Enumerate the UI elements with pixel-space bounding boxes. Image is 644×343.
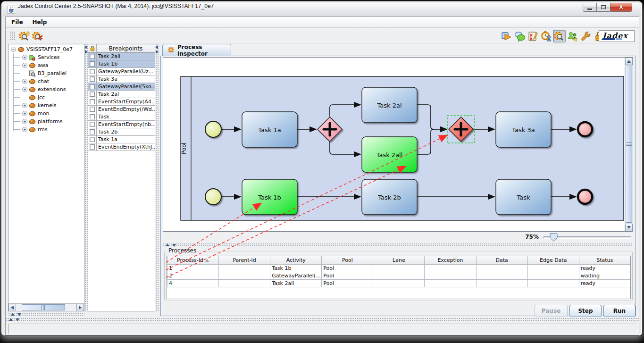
breakpoint-checkbox[interactable] bbox=[90, 69, 95, 74]
breakpoint-row[interactable]: Task 2b bbox=[88, 128, 155, 136]
breakpoint-checkbox[interactable] bbox=[90, 129, 95, 134]
process-row[interactable]: 4Task 2allPoolready bbox=[167, 279, 631, 287]
expand-node-icon[interactable]: + bbox=[22, 63, 27, 68]
tree-item-vsisstaff17_0e7[interactable]: −VSISSTAFF17_0e7 bbox=[8, 45, 84, 53]
component-inspector-icon[interactable] bbox=[553, 30, 566, 42]
collapse-down-icon[interactable] bbox=[172, 244, 176, 247]
tree-item-services[interactable]: +Services bbox=[8, 53, 84, 61]
split-divider-processes[interactable] bbox=[163, 243, 633, 247]
scroll-right-button[interactable] bbox=[76, 304, 84, 311]
breakpoint-checkbox[interactable] bbox=[90, 54, 95, 59]
split-divider-status[interactable] bbox=[6, 318, 640, 322]
tree-item-chat[interactable]: +chat bbox=[8, 77, 84, 85]
expand-up-icon[interactable] bbox=[9, 318, 13, 321]
breakpoint-checkbox[interactable] bbox=[90, 92, 95, 97]
chat-bubbles-icon[interactable] bbox=[513, 30, 526, 42]
column-header-parent-id[interactable]: Parent-Id bbox=[219, 256, 270, 264]
close-button[interactable]: X bbox=[610, 3, 632, 12]
stopwatch-user-icon[interactable] bbox=[540, 30, 552, 42]
column-header-lane[interactable]: Lane bbox=[373, 256, 425, 264]
expand-node-icon[interactable]: + bbox=[22, 127, 27, 132]
diagram-vscroll-thumb[interactable] bbox=[626, 66, 632, 223]
breakpoint-checkbox[interactable] bbox=[90, 61, 95, 67]
breakpoint-checkbox[interactable] bbox=[90, 114, 95, 119]
breakpoint-row[interactable]: Task 1a bbox=[88, 136, 155, 143]
breakpoint-row[interactable]: Task 3a bbox=[88, 75, 155, 83]
tree-item-kernels[interactable]: +kernels bbox=[8, 101, 84, 109]
zoom-slider-thumb[interactable] bbox=[550, 233, 558, 242]
step-button[interactable]: Step bbox=[569, 305, 602, 317]
collapse-down-icon[interactable] bbox=[16, 318, 19, 321]
breakpoint-row[interactable]: Task 1b bbox=[88, 60, 155, 68]
breakpoint-row[interactable]: Task 2al bbox=[88, 91, 155, 98]
tab-process-inspector[interactable]: Process Inspector bbox=[162, 44, 231, 56]
diagram-vertical-scrollbar[interactable] bbox=[625, 58, 633, 231]
pause-button[interactable]: Pause bbox=[535, 305, 568, 317]
breakpoint-row[interactable]: Task 2all bbox=[88, 53, 155, 60]
tree-item-b3_parallel[interactable]: B3_parallel bbox=[8, 69, 84, 77]
collapse-down-icon[interactable] bbox=[17, 313, 21, 316]
column-header-pool[interactable]: Pool bbox=[322, 256, 373, 264]
tree-horizontal-scrollbar[interactable] bbox=[8, 303, 84, 311]
scroll-up-button[interactable] bbox=[625, 58, 633, 65]
breakpoint-checkbox[interactable] bbox=[90, 137, 95, 142]
bpmn-canvas[interactable]: Pool Task 1aTask 2alTask 2allTask 3aTask… bbox=[163, 58, 626, 231]
process-row[interactable]: 1Task 1bPoolready bbox=[167, 264, 631, 272]
minimize-button[interactable] bbox=[583, 3, 597, 12]
expand-up-icon[interactable] bbox=[11, 313, 15, 316]
breakpoint-row[interactable]: GatewayParallel(Uz... bbox=[88, 68, 155, 75]
breakpoint-checkbox[interactable] bbox=[90, 144, 95, 150]
expand-node-icon[interactable]: + bbox=[22, 79, 27, 84]
menu-file[interactable]: File bbox=[11, 19, 23, 25]
expand-node-icon[interactable]: + bbox=[22, 111, 27, 116]
maximize-button[interactable] bbox=[596, 3, 611, 12]
run-button[interactable]: Run bbox=[603, 305, 636, 317]
column-header-activity[interactable]: Activity bbox=[270, 256, 322, 264]
breakpoint-row[interactable]: Task bbox=[88, 113, 155, 121]
scroll-left-button[interactable] bbox=[8, 304, 16, 311]
breakpoint-checkbox[interactable] bbox=[90, 76, 95, 82]
process-row[interactable]: 2GatewayParallel(...Poolwaiting bbox=[167, 272, 631, 279]
expand-right-icon[interactable] bbox=[156, 50, 159, 54]
scroll-down-button[interactable] bbox=[625, 224, 633, 231]
expand-node-icon[interactable]: + bbox=[22, 55, 27, 60]
tree-item-rms[interactable]: +rms bbox=[8, 125, 84, 134]
title-bar[interactable]: Jadex Control Center 2.5-SNAPSHOT (Mai 4… bbox=[3, 3, 641, 17]
breakpoint-row[interactable]: EventEndEmpty(/Wd... bbox=[88, 106, 155, 113]
column-header-data[interactable]: Data bbox=[476, 256, 527, 264]
gear-magnifier-remove-icon[interactable] bbox=[31, 30, 44, 42]
test-center-icon[interactable] bbox=[527, 30, 539, 42]
menu-help[interactable]: Help bbox=[33, 19, 47, 25]
expand-node-icon[interactable]: + bbox=[22, 103, 27, 108]
gear-magnifier-add-icon[interactable] bbox=[18, 30, 31, 42]
breakpoint-checkbox[interactable] bbox=[90, 107, 95, 112]
tree-item-platforms[interactable]: +platforms bbox=[8, 117, 84, 125]
split-divider-tree-bottom[interactable] bbox=[8, 312, 84, 317]
column-header-status[interactable]: Status bbox=[579, 256, 630, 264]
expand-up-icon[interactable] bbox=[166, 243, 169, 246]
breakpoint-checkbox[interactable] bbox=[90, 99, 95, 104]
column-header-process-id[interactable]: Process-Id bbox=[167, 256, 219, 264]
breakpoint-checkbox[interactable] bbox=[90, 122, 95, 127]
toolbar-drag-handle[interactable] bbox=[10, 31, 16, 41]
split-divider-breakpoints[interactable] bbox=[155, 44, 159, 311]
column-header-exception[interactable]: Exception bbox=[425, 256, 476, 264]
wrench-icon[interactable] bbox=[579, 30, 592, 42]
breakpoint-row[interactable]: GatewayParallel(5ko... bbox=[88, 83, 155, 91]
breakpoint-row[interactable]: EventStartEmpty(A4... bbox=[88, 98, 155, 106]
collapse-left-icon[interactable] bbox=[84, 45, 87, 49]
collapse-left-icon[interactable] bbox=[155, 45, 158, 49]
breakpoint-row[interactable]: EventStartEmpty(nb... bbox=[88, 121, 155, 128]
breakpoint-checkbox[interactable] bbox=[90, 84, 95, 89]
split-divider-tree[interactable] bbox=[84, 44, 88, 311]
tree-hscroll-thumb[interactable] bbox=[22, 304, 65, 310]
tree-item-mon[interactable]: +mon bbox=[8, 109, 84, 117]
expand-node-icon[interactable]: + bbox=[22, 87, 27, 92]
tree-item-jcc[interactable]: jcc bbox=[8, 93, 84, 101]
tree-item-extensions[interactable]: +extensions bbox=[8, 85, 84, 93]
breakpoint-row[interactable]: EventEndEmpty(XthJ... bbox=[88, 143, 155, 151]
starter-icon[interactable] bbox=[500, 30, 513, 42]
tree-item-awa[interactable]: +awa bbox=[8, 61, 84, 69]
collapse-node-icon[interactable]: − bbox=[11, 47, 16, 52]
expand-node-icon[interactable]: + bbox=[22, 119, 27, 124]
